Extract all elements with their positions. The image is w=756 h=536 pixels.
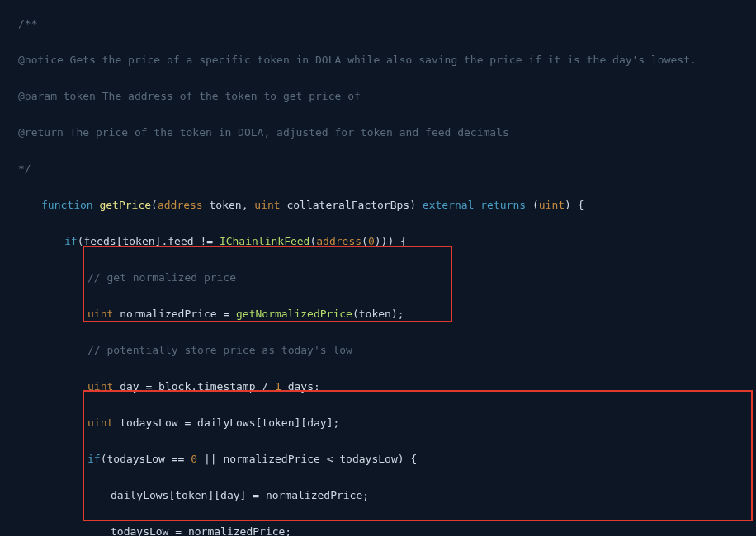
stmt-set-dailylows: dailyLows[token][day] = normalizedPrice; [18,487,741,505]
doc-comment: */ [18,160,741,178]
comment: // get normalized price [18,269,741,287]
doc-comment: @return The price of the token in DOLA, … [18,124,741,142]
if-feed: if(feeds[token].feed != IChainlinkFeed(a… [18,233,741,251]
stmt-day: uint day = block.timestamp / 1 days; [18,378,741,396]
stmt-todayslow: uint todaysLow = dailyLows[token][day]; [18,414,741,432]
comment: // potentially store price as today's lo… [18,341,741,360]
code-block: /** @notice Gets the price of a specific… [18,15,741,536]
doc-comment: /** [18,15,741,33]
doc-comment: @param token The address of the token to… [18,87,741,106]
doc-comment: @notice Gets the price of a specific tok… [18,51,741,69]
if-todayslow: if(todaysLow == 0 || normalizedPrice < t… [18,450,741,468]
stmt-set-todayslow: todaysLow = normalizedPrice; [18,523,741,536]
fn-decl: function getPrice(address token, uint co… [18,196,741,214]
stmt-normprice: uint normalizedPrice = getNormalizedPric… [18,305,741,323]
code: /** @notice Gets the price of a specific… [18,15,741,536]
